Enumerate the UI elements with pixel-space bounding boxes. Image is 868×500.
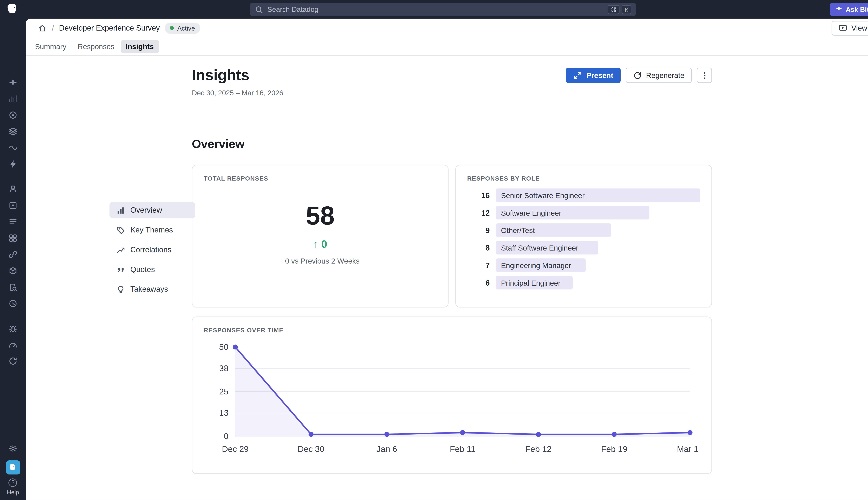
search-icon bbox=[254, 5, 264, 14]
overview-cards: TOTAL RESPONSES 58 ↑ 0 +0 vs Previous 2 … bbox=[192, 165, 712, 307]
role-label: Software Engineer bbox=[496, 208, 561, 217]
svg-text:38: 38 bbox=[219, 364, 228, 373]
role-row: 16Senior Software Engineer bbox=[467, 189, 700, 202]
datadog-logo-icon[interactable] bbox=[5, 2, 21, 18]
settings-gear-icon[interactable] bbox=[4, 440, 22, 456]
quote-icon bbox=[116, 265, 125, 274]
tab-insights[interactable]: Insights bbox=[121, 40, 159, 53]
sidebar-service-icon[interactable] bbox=[4, 139, 22, 156]
topbar: Search Datadog ⌘ K Ask Bits bbox=[0, 0, 868, 19]
view-button[interactable]: View bbox=[832, 21, 868, 35]
side-nav-item-correlations[interactable]: Correlations bbox=[110, 241, 195, 258]
role-label: Other/Test bbox=[496, 226, 535, 235]
view-label: View bbox=[851, 24, 867, 32]
sidebar-list-icon[interactable] bbox=[4, 213, 22, 230]
role-count: 8 bbox=[467, 243, 490, 252]
home-icon[interactable] bbox=[38, 23, 47, 33]
side-nav-item-overview[interactable]: Overview bbox=[110, 202, 195, 218]
left-sidebar: ? Help bbox=[0, 19, 26, 500]
sidebar-catalog-icon[interactable] bbox=[4, 123, 22, 139]
svg-text:13: 13 bbox=[219, 408, 228, 418]
insights-side-nav: OverviewKey ThemesCorrelationsQuotesTake… bbox=[110, 202, 195, 301]
role-bar-track: Engineering Manager bbox=[496, 259, 700, 272]
side-nav-label: Correlations bbox=[130, 246, 172, 254]
expand-icon bbox=[573, 71, 582, 80]
header-actions: Present Regenerate bbox=[566, 68, 712, 83]
sidebar-clock-icon[interactable] bbox=[4, 295, 22, 311]
svg-text:Feb 11: Feb 11 bbox=[450, 444, 476, 454]
content-scroll-area: OverviewKey ThemesCorrelationsQuotesTake… bbox=[26, 56, 868, 500]
breadcrumb-title[interactable]: Developer Experience Survey bbox=[59, 24, 160, 32]
more-options-button[interactable] bbox=[697, 68, 712, 83]
sidebar-dashboards-icon[interactable] bbox=[4, 230, 22, 246]
search-input[interactable]: Search Datadog ⌘ K bbox=[250, 3, 636, 16]
role-bar: Other/Test bbox=[496, 224, 611, 237]
svg-text:0: 0 bbox=[224, 431, 228, 441]
breadcrumb-separator: / bbox=[52, 24, 54, 32]
sidebar-bolt-icon[interactable] bbox=[4, 156, 22, 172]
sidebar-ci-icon[interactable] bbox=[4, 353, 22, 369]
role-row: 9Other/Test bbox=[467, 224, 700, 237]
card-heading: TOTAL RESPONSES bbox=[204, 175, 437, 182]
sidebar-apm-icon[interactable] bbox=[4, 262, 22, 279]
side-nav-item-takeaways[interactable]: Takeaways bbox=[110, 281, 195, 297]
sidebar-integrations-icon[interactable] bbox=[4, 246, 22, 262]
side-nav-item-key-themes[interactable]: Key Themes bbox=[110, 222, 195, 238]
overview-heading: Overview bbox=[192, 137, 712, 151]
role-bar: Staff Software Engineer bbox=[496, 241, 598, 254]
trend-icon bbox=[116, 245, 125, 254]
side-nav-label: Quotes bbox=[130, 265, 155, 274]
role-bar: Senior Software Engineer bbox=[496, 189, 700, 202]
kebab-icon bbox=[700, 71, 709, 80]
card-heading: RESPONSES BY ROLE bbox=[467, 175, 700, 182]
delta-indicator: ↑ 0 bbox=[204, 238, 437, 251]
svg-text:25: 25 bbox=[219, 387, 228, 396]
sidebar-sparkle-icon[interactable] bbox=[4, 74, 22, 90]
search-placeholder: Search Datadog bbox=[267, 5, 319, 13]
ask-bits-button[interactable]: Ask Bits bbox=[830, 3, 868, 16]
svg-text:Dec 29: Dec 29 bbox=[222, 444, 249, 454]
side-nav-label: Takeaways bbox=[130, 285, 168, 293]
role-count: 12 bbox=[467, 208, 490, 217]
tab-responses[interactable]: Responses bbox=[72, 40, 119, 53]
tab-bar: SummaryResponsesInsights bbox=[26, 37, 868, 56]
tag-icon bbox=[116, 225, 125, 234]
side-nav-label: Key Themes bbox=[130, 226, 173, 234]
sidebar-metrics-icon[interactable] bbox=[4, 90, 22, 106]
sidebar-nav-icons bbox=[4, 74, 22, 369]
role-bar: Engineering Manager bbox=[496, 259, 585, 272]
role-count: 16 bbox=[467, 191, 490, 200]
role-count: 9 bbox=[467, 226, 490, 235]
sidebar-bug-icon[interactable] bbox=[4, 320, 22, 336]
sidebar-users-icon[interactable] bbox=[4, 181, 22, 197]
role-bar: Software Engineer bbox=[496, 206, 649, 219]
user-avatar[interactable] bbox=[6, 461, 20, 475]
svg-text:Jan 6: Jan 6 bbox=[377, 444, 397, 454]
svg-text:Feb 19: Feb 19 bbox=[601, 444, 627, 454]
svg-text:50: 50 bbox=[219, 342, 228, 352]
overview-icon bbox=[116, 206, 125, 215]
page-title: Insights bbox=[192, 67, 249, 84]
present-button[interactable]: Present bbox=[566, 68, 621, 83]
role-label: Principal Engineer bbox=[496, 279, 561, 287]
up-arrow-icon: ↑ bbox=[313, 238, 319, 251]
delta-value: 0 bbox=[321, 238, 327, 251]
responses-over-time-card: RESPONSES OVER TIME 013253850Dec 29Dec 3… bbox=[192, 317, 712, 474]
cmd-key: ⌘ bbox=[608, 5, 619, 14]
role-row: 8Staff Software Engineer bbox=[467, 241, 700, 254]
sidebar-gauge-icon[interactable] bbox=[4, 336, 22, 353]
main-panel: / Developer Experience Survey Active Vie… bbox=[26, 19, 868, 500]
tab-summary[interactable]: Summary bbox=[30, 40, 71, 53]
help-button[interactable]: ? Help bbox=[7, 478, 19, 496]
status-badge: Active bbox=[165, 22, 200, 34]
status-dot bbox=[170, 26, 174, 30]
side-nav-item-quotes[interactable]: Quotes bbox=[110, 261, 195, 277]
role-count: 6 bbox=[467, 279, 490, 287]
sidebar-watchdog-icon[interactable] bbox=[4, 106, 22, 123]
role-bar-track: Software Engineer bbox=[496, 206, 700, 219]
responses-over-time-chart: 013253850Dec 29Dec 30Jan 6Feb 11Feb 12Fe… bbox=[204, 336, 699, 457]
bulb-icon bbox=[116, 285, 125, 294]
sidebar-security-icon[interactable] bbox=[4, 279, 22, 295]
regenerate-button[interactable]: Regenerate bbox=[626, 68, 692, 83]
sidebar-host-icon[interactable] bbox=[4, 197, 22, 213]
